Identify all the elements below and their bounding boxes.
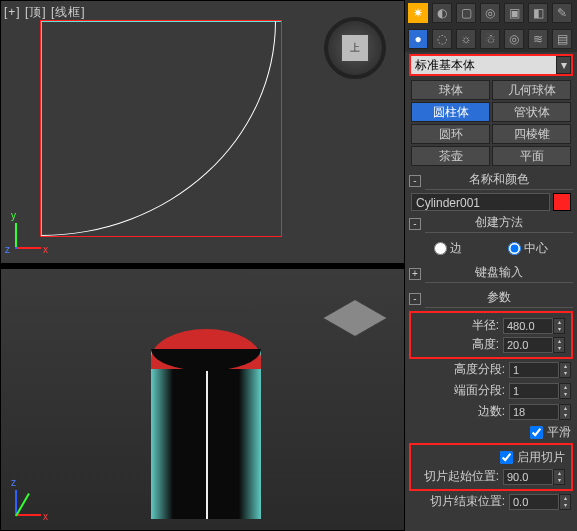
geometry-type-dropdown[interactable]: 标准基本体 ▾ [409,54,573,76]
parameters-rollout-header[interactable]: - 参数 [409,289,573,308]
cylinder-render[interactable] [131,309,301,529]
spinner-arrows-icon[interactable]: ▴▾ [553,337,565,353]
geometry-category-icon[interactable]: ● [408,29,428,49]
utilities-tab-icon[interactable]: ◧ [528,3,548,23]
spinner-arrows-icon[interactable]: ▴▾ [553,318,565,334]
parameters-title: 参数 [425,289,573,308]
spinner-arrows-icon[interactable]: ▴▾ [559,494,571,510]
smooth-checkbox[interactable] [530,426,543,439]
motion-tab-icon[interactable]: ◎ [480,3,500,23]
smooth-label: 平滑 [547,424,571,441]
shapes-category-icon[interactable]: ◌ [432,29,452,49]
slice-on-checkbox[interactable] [500,451,513,464]
geometry-type-value: 标准基本体 [411,56,556,74]
command-panel: ✷ ◐ ▢ ◎ ▣ ◧ ✎ ● ◌ ☼ ☃ ◎ ≋ ▤ 标准基本体 ▾ 球体 几… [405,0,577,531]
sides-spinner[interactable]: 18 ▴▾ [509,404,571,420]
command-panel-tabs: ✷ ◐ ▢ ◎ ▣ ◧ ✎ [405,0,577,26]
cap-segs-label: 端面分段: [454,382,505,399]
tube-button[interactable]: 管状体 [492,102,571,122]
keyboard-entry-rollout-header[interactable]: + 键盘输入 [409,264,573,283]
edge-radio-input[interactable] [434,242,447,255]
create-method-title: 创建方法 [425,214,573,233]
viewcube-perspective[interactable] [332,295,378,341]
slice-to-spinner[interactable]: 0.0 ▴▾ [509,494,571,510]
spinner-arrows-icon[interactable]: ▴▾ [559,383,571,399]
hierarchy-tab-icon[interactable]: ▢ [456,3,476,23]
object-color-swatch[interactable] [553,193,571,211]
viewport-perspective[interactable]: x z [0,268,405,532]
plane-button[interactable]: 平面 [492,146,571,166]
lights-category-icon[interactable]: ☼ [456,29,476,49]
sides-label: 边数: [478,403,505,420]
radius-label: 半径: [472,317,499,334]
tools-tab-icon[interactable]: ✎ [552,3,572,23]
axis-gizmo-persp: x z [15,476,55,516]
pyramid-button[interactable]: 四棱锥 [492,124,571,144]
minus-icon[interactable]: - [409,175,421,187]
height-input[interactable]: 20.0 [503,337,553,353]
top-view-drawing [41,21,281,241]
slice-from-spinner[interactable]: 90.0 ▴▾ [503,469,565,485]
height-spinner[interactable]: 20.0 ▴▾ [503,337,565,353]
systems-category-icon[interactable]: ▤ [552,29,572,49]
object-name-input[interactable]: Cylinder001 [411,193,550,211]
name-color-rollout-header[interactable]: - 名称和颜色 [409,171,573,190]
slice-from-label: 切片起始位置: [424,468,499,485]
spinner-arrows-icon[interactable]: ▴▾ [559,362,571,378]
teapot-button[interactable]: 茶壶 [411,146,490,166]
height-segs-spinner[interactable]: 1 ▴▾ [509,362,571,378]
radius-input[interactable]: 480.0 [503,318,553,334]
geosphere-button[interactable]: 几何球体 [492,80,571,100]
primitive-buttons: 球体 几何球体 圆柱体 管状体 圆环 四棱锥 茶壶 平面 [405,78,577,168]
create-method-rollout-header[interactable]: - 创建方法 [409,214,573,233]
height-label: 高度: [472,336,499,353]
cap-segs-spinner[interactable]: 1 ▴▾ [509,383,571,399]
spinner-arrows-icon[interactable]: ▴▾ [553,469,565,485]
create-tab-icon[interactable]: ✷ [408,3,428,23]
minus-icon[interactable]: - [409,293,421,305]
slice-to-input[interactable]: 0.0 [509,494,559,510]
slice-from-input[interactable]: 90.0 [503,469,553,485]
viewcube-face[interactable]: 上 [341,34,369,62]
axis-gizmo-top: x y z [15,209,55,249]
keyboard-entry-title: 键盘输入 [425,264,573,283]
height-segs-label: 高度分段: [454,361,505,378]
torus-button[interactable]: 圆环 [411,124,490,144]
name-color-title: 名称和颜色 [425,171,573,190]
viewport-top-label[interactable]: [+] [顶] [线框] [4,4,86,21]
center-radio-input[interactable] [508,242,521,255]
center-radio[interactable]: 中心 [508,240,548,257]
height-segs-input[interactable]: 1 [509,362,559,378]
spinner-arrows-icon[interactable]: ▴▾ [559,404,571,420]
chevron-down-icon[interactable]: ▾ [556,56,571,74]
cameras-category-icon[interactable]: ☃ [480,29,500,49]
viewport-top[interactable]: [+] [顶] [线框] 上 x y z [0,0,405,264]
plus-icon[interactable]: + [409,268,421,280]
helpers-category-icon[interactable]: ◎ [504,29,524,49]
viewcube[interactable]: 上 [324,17,386,79]
slice-on-label: 启用切片 [517,449,565,466]
create-category-row: ● ◌ ☼ ☃ ◎ ≋ ▤ [405,26,577,52]
minus-icon[interactable]: - [409,218,421,230]
radius-spinner[interactable]: 480.0 ▴▾ [503,318,565,334]
cap-segs-input[interactable]: 1 [509,383,559,399]
display-tab-icon[interactable]: ▣ [504,3,524,23]
sphere-button[interactable]: 球体 [411,80,490,100]
spacewarps-category-icon[interactable]: ≋ [528,29,548,49]
modify-tab-icon[interactable]: ◐ [432,3,452,23]
slice-to-label: 切片结束位置: [430,493,505,510]
sides-input[interactable]: 18 [509,404,559,420]
edge-radio[interactable]: 边 [434,240,462,257]
viewport-area: [+] [顶] [线框] 上 x y z x [0,0,405,531]
cylinder-button[interactable]: 圆柱体 [411,102,490,122]
